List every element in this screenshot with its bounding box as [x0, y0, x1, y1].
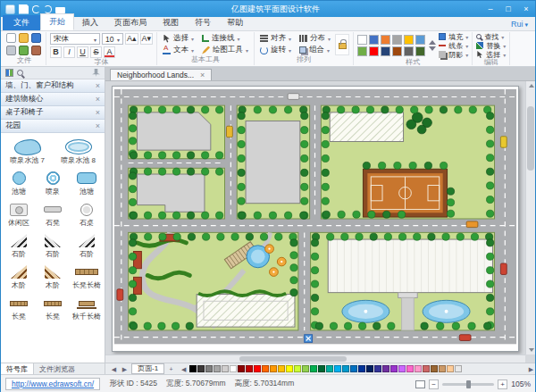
zoom-slider-thumb[interactable] [466, 380, 471, 388]
color-swatch[interactable] [214, 365, 221, 372]
scrollbar-thumb[interactable] [239, 356, 347, 362]
document-tab[interactable]: Neighborhood Lands... × [110, 69, 212, 80]
color-swatch[interactable] [286, 365, 293, 372]
redo-action-icon[interactable] [31, 46, 41, 55]
distribute-button[interactable]: 分布 [297, 33, 332, 44]
symbol-item[interactable]: 喷泉水池 8 [53, 136, 104, 167]
font-size-select[interactable]: 10 [102, 33, 123, 45]
undo-icon[interactable] [32, 5, 40, 13]
color-swatch[interactable] [189, 365, 197, 372]
grow-font-button[interactable]: A▴ [125, 33, 138, 45]
symbol-item[interactable]: 木阶 [2, 261, 36, 292]
section-building-core[interactable]: 建筑物核心 [1, 93, 105, 106]
scrollbar-thumb[interactable] [527, 106, 534, 171]
color-swatch[interactable] [406, 365, 414, 372]
gallery-up-icon[interactable] [429, 40, 436, 45]
tab-page-layout[interactable]: 页面布局 [106, 15, 155, 30]
tab-view[interactable]: 视图 [155, 15, 187, 30]
bold-button[interactable]: B [50, 46, 62, 58]
style-swatch[interactable] [357, 35, 367, 45]
print-file-icon[interactable] [6, 46, 16, 55]
font-color-button[interactable]: A [104, 46, 115, 58]
tab-help[interactable]: 帮助 [219, 15, 251, 30]
color-swatch[interactable] [350, 365, 357, 372]
website-link[interactable]: http://www.edrawsoft.cn/ [5, 378, 100, 390]
maximize-button[interactable]: □ [499, 1, 517, 17]
font-family-select[interactable]: 宋体 [50, 33, 100, 45]
symbol-item[interactable]: 石阶 [2, 229, 36, 261]
color-swatch[interactable] [447, 365, 454, 372]
next-page-icon[interactable]: ▶ [121, 363, 129, 375]
redo-icon[interactable] [44, 5, 52, 13]
close-icon[interactable]: × [200, 71, 205, 79]
style-swatch[interactable] [415, 46, 425, 56]
color-swatch[interactable] [358, 365, 365, 372]
color-swatch[interactable] [294, 365, 301, 372]
draw-tool-button[interactable]: 绘图工具 [200, 45, 250, 55]
zoom-out-button[interactable]: − [429, 379, 439, 389]
scroll-down-icon[interactable] [529, 348, 534, 352]
color-swatch[interactable] [302, 365, 309, 372]
style-swatch[interactable] [392, 35, 402, 45]
horizontal-scrollbar[interactable] [105, 354, 525, 363]
symbol-item[interactable]: 休闲区 [2, 198, 36, 229]
close-icon[interactable] [96, 82, 100, 90]
save-file-icon[interactable] [31, 33, 41, 43]
tab-symbol-library[interactable]: 符号库 [1, 363, 34, 374]
color-swatch[interactable] [197, 365, 205, 372]
color-swatch[interactable] [318, 365, 325, 372]
scroll-up-icon[interactable] [529, 84, 534, 88]
symbol-item[interactable]: 长凳 [36, 292, 70, 323]
protect-button[interactable] [335, 34, 349, 55]
symbol-item[interactable]: 长凳 [2, 292, 36, 323]
pond[interactable] [423, 300, 470, 322]
color-swatch[interactable] [222, 365, 229, 372]
color-swatch[interactable] [238, 365, 245, 372]
symbol-item[interactable]: 秋千长椅 [70, 292, 104, 323]
color-swatch[interactable] [334, 365, 341, 372]
undo-action-icon[interactable] [19, 46, 29, 55]
symbol-item[interactable]: 池塘 [2, 167, 36, 198]
underline-button[interactable]: U [77, 46, 88, 58]
symbol-item[interactable]: 木阶 [36, 261, 70, 292]
print-icon[interactable] [55, 7, 65, 13]
color-swatch[interactable] [326, 365, 333, 372]
color-swatch[interactable] [431, 365, 438, 372]
rotate-button[interactable]: 旋转 [258, 45, 293, 55]
palette-left-icon[interactable]: ◀ [180, 363, 188, 374]
search-icon[interactable] [17, 70, 23, 76]
zoom-in-button[interactable]: + [498, 379, 507, 389]
color-swatch[interactable] [230, 365, 237, 372]
color-swatch[interactable] [423, 365, 430, 372]
color-swatch[interactable] [310, 365, 317, 372]
line-button[interactable]: 线条 [439, 42, 468, 50]
text-tool-button[interactable]: 文本 [161, 45, 196, 55]
symbol-item[interactable]: 喷泉水池 7 [2, 136, 53, 167]
section-walls-doors-windows[interactable]: 墙、门、窗户和结构 [1, 79, 105, 93]
neighborhood-map[interactable] [113, 87, 518, 351]
tab-symbols[interactable]: 符号 [187, 15, 219, 30]
open-folder-icon[interactable] [19, 33, 29, 43]
color-swatch[interactable] [439, 365, 446, 372]
style-swatch[interactable] [415, 35, 425, 45]
add-page-icon[interactable]: + [167, 363, 175, 375]
library-icon[interactable] [5, 69, 13, 77]
basketball-court[interactable] [363, 169, 447, 217]
style-swatch[interactable] [369, 46, 379, 56]
find-button[interactable]: 查找 [476, 33, 506, 41]
color-swatch[interactable] [246, 365, 253, 372]
zoom-slider[interactable] [442, 383, 494, 386]
color-swatch[interactable] [254, 365, 261, 372]
pin-icon[interactable] [92, 69, 100, 77]
drawing-page[interactable] [112, 86, 519, 352]
close-icon[interactable] [96, 122, 100, 130]
section-tables-chairs[interactable]: 桌子和椅子 [1, 106, 105, 120]
fill-button[interactable]: 填充 [439, 33, 468, 41]
map-marker[interactable] [305, 335, 313, 343]
save-icon[interactable] [19, 4, 29, 14]
main-building[interactable] [328, 239, 492, 293]
style-swatch[interactable] [404, 46, 414, 56]
pond[interactable] [342, 300, 389, 322]
tab-insert[interactable]: 插入 [74, 15, 106, 30]
color-swatch[interactable] [262, 365, 269, 372]
